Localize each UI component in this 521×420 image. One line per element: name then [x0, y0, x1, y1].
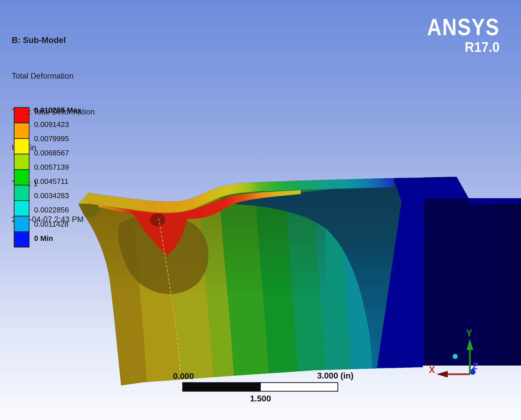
- legend-label: 0.0057139: [34, 163, 126, 171]
- legend-swatch: [15, 216, 29, 231]
- scale-ruler: [183, 383, 338, 391]
- legend-swatch: [15, 169, 29, 185]
- legend-label: 0.0045711: [34, 177, 126, 186]
- scale-label-middle: 1.500: [233, 394, 288, 403]
- result-system-title: B: Sub-Model: [12, 34, 95, 46]
- ansys-release-text: R17.0: [422, 40, 500, 54]
- legend-label-min: 0 Min: [34, 234, 126, 243]
- ansys-viewport-window: { "header": { "lines": ["B: Sub-Model", …: [0, 0, 521, 420]
- scale-label-left: 0.000: [155, 371, 211, 381]
- legend-label: 0.0079995: [34, 134, 126, 143]
- model-geometry: [74, 173, 521, 392]
- legend-label: 0.0011428: [34, 220, 126, 228]
- ansys-brand-text: ANSYS: [427, 15, 500, 39]
- legend-label: 0.0034283: [34, 191, 126, 200]
- triad-z-label: Z: [472, 361, 478, 371]
- legend-swatch: [15, 138, 29, 154]
- scale-label-right: 3.000 (in): [307, 371, 363, 381]
- legend-swatch: [15, 185, 29, 200]
- legend-swatch: [15, 108, 29, 123]
- ansys-logo: ANSYS R17.0: [415, 15, 500, 54]
- scale-ruler-black-half: [183, 383, 261, 391]
- legend-label: 0.0091423: [34, 120, 126, 129]
- triad-view-dot[interactable]: [453, 354, 458, 359]
- legend-label: 0.0022856: [34, 206, 126, 214]
- legend-colorbar: [14, 107, 30, 248]
- legend-swatch: [15, 123, 29, 138]
- legend-swatch: [15, 154, 29, 169]
- result-name: Total Deformation: [12, 70, 95, 82]
- triad-x-arrowhead: [437, 371, 448, 378]
- triad-x-label: X: [429, 365, 435, 375]
- triad-y-label: Y: [466, 328, 472, 338]
- legend-label: 0.0068567: [34, 149, 126, 157]
- legend-label-max: 0.010285 Max: [34, 106, 126, 114]
- legend-swatch: [15, 231, 29, 247]
- legend-swatch: [15, 200, 29, 216]
